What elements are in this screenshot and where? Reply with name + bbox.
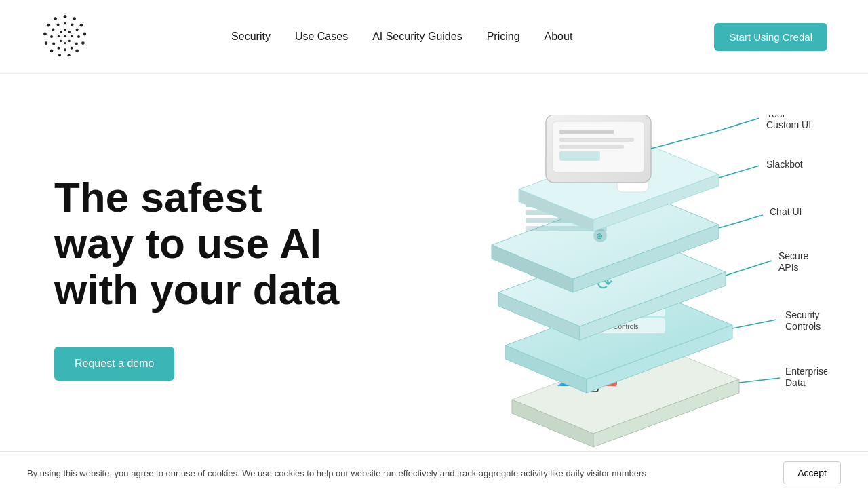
svg-rect-90 <box>559 145 624 149</box>
svg-text:Custom UI: Custom UI <box>766 119 811 130</box>
nav-security[interactable]: Security <box>231 31 271 42</box>
cookie-accept-button[interactable]: Accept <box>783 461 841 468</box>
svg-point-7 <box>58 54 61 56</box>
logo-icon <box>41 12 90 61</box>
hero-section: The safest way to use AI with your data … <box>0 74 868 468</box>
svg-point-10 <box>43 33 47 36</box>
svg-point-26 <box>68 31 71 33</box>
svg-point-2 <box>80 24 83 27</box>
nav-links: Security Use Cases AI Security Guides Pr… <box>231 31 572 43</box>
svg-point-18 <box>71 47 73 50</box>
svg-point-6 <box>68 54 71 56</box>
svg-point-15 <box>76 28 79 31</box>
svg-text:Controls: Controls <box>785 321 821 332</box>
svg-text:Security: Security <box>785 309 820 320</box>
svg-text:Chat UI: Chat UI <box>770 206 802 217</box>
svg-point-8 <box>50 49 54 52</box>
request-demo-button[interactable]: Request a demo <box>54 347 174 381</box>
svg-point-30 <box>60 40 62 42</box>
svg-line-93 <box>715 118 760 132</box>
svg-point-23 <box>52 28 54 31</box>
svg-point-9 <box>45 41 48 45</box>
start-using-credal-button[interactable]: Start Using Credal <box>714 23 827 51</box>
svg-point-29 <box>64 42 66 44</box>
svg-point-22 <box>50 35 53 38</box>
svg-point-31 <box>58 35 60 37</box>
svg-point-19 <box>64 48 66 51</box>
hero-title: The safest way to use AI with your data <box>54 174 339 314</box>
svg-point-12 <box>54 17 57 20</box>
diagram-svg: N ✦ Enterprise Data 📋 Audit logging 🔒 Ac… <box>393 115 827 454</box>
svg-rect-88 <box>559 130 614 134</box>
svg-text:⊕: ⊕ <box>596 231 603 241</box>
svg-point-0 <box>64 15 67 18</box>
svg-point-27 <box>71 35 73 37</box>
svg-rect-89 <box>559 138 634 142</box>
nav-pricing[interactable]: Pricing <box>487 31 520 42</box>
svg-text:Enterprise: Enterprise <box>785 366 827 377</box>
svg-point-25 <box>64 28 66 31</box>
logo[interactable] <box>41 12 90 61</box>
svg-line-44 <box>739 378 780 383</box>
hero-text: The safest way to use AI with your data … <box>54 174 339 381</box>
svg-point-11 <box>47 24 50 27</box>
svg-point-33 <box>64 35 66 37</box>
svg-point-4 <box>81 41 85 45</box>
svg-point-24 <box>57 23 60 26</box>
svg-point-16 <box>77 35 80 38</box>
svg-rect-91 <box>559 151 600 161</box>
nav-ai-security-guides[interactable]: AI Security Guides <box>372 31 462 42</box>
svg-text:Secure: Secure <box>778 250 809 261</box>
svg-text:Your: Your <box>766 115 786 119</box>
nav-use-cases[interactable]: Use Cases <box>295 31 348 42</box>
svg-line-92 <box>651 132 715 149</box>
svg-text:Data: Data <box>785 377 806 388</box>
svg-point-13 <box>64 22 66 24</box>
svg-point-1 <box>73 17 76 20</box>
svg-point-21 <box>52 42 55 45</box>
svg-line-74 <box>719 215 763 228</box>
svg-point-32 <box>60 31 62 33</box>
hero-diagram: N ✦ Enterprise Data 📋 Audit logging 🔒 Ac… <box>393 115 827 440</box>
svg-line-55 <box>732 320 776 328</box>
svg-point-14 <box>71 23 73 26</box>
svg-point-28 <box>68 40 71 42</box>
svg-point-5 <box>75 49 79 52</box>
svg-line-62 <box>726 261 772 276</box>
svg-text:APIs: APIs <box>778 262 799 273</box>
nav-about[interactable]: About <box>545 31 573 42</box>
svg-text:Slackbot: Slackbot <box>766 159 803 170</box>
svg-point-3 <box>83 33 86 36</box>
svg-point-17 <box>75 42 78 45</box>
svg-line-84 <box>719 166 760 178</box>
svg-point-20 <box>57 47 60 50</box>
cookie-banner: By using this website, you agree to our … <box>0 451 868 468</box>
